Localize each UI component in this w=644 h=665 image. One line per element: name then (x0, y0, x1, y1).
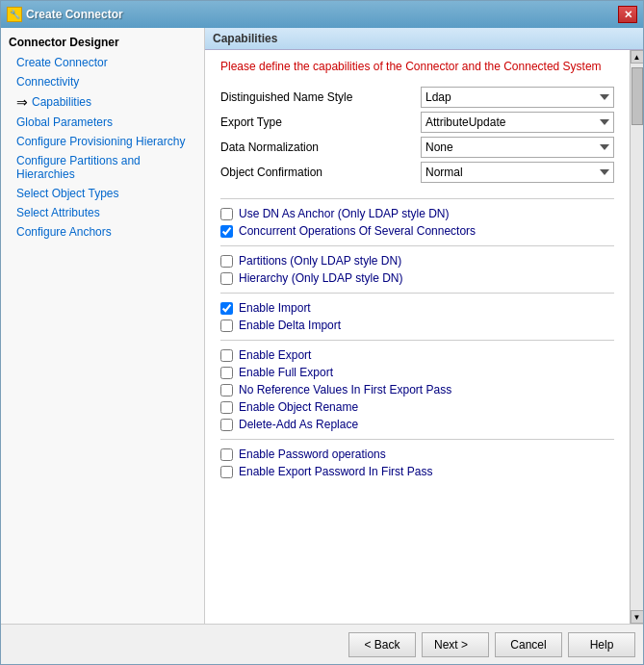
enable-export-label: Enable Export (239, 348, 311, 362)
divider-5 (220, 439, 614, 440)
use-dn-anchor-row: Use DN As Anchor (Only LDAP style DN) (220, 207, 614, 220)
close-button[interactable]: ✕ (618, 6, 637, 23)
scrollbar-track (631, 64, 643, 610)
concurrent-ops-row: Concurrent Operations Of Several Connect… (220, 224, 614, 238)
divider-1 (220, 198, 614, 199)
use-dn-anchor-checkbox[interactable] (220, 208, 233, 220)
enable-password-ops-row: Enable Password operations (220, 448, 614, 461)
divider-2 (220, 245, 614, 246)
enable-export-checkbox[interactable] (220, 349, 233, 362)
scrollbar[interactable]: ▲ ▼ (630, 50, 643, 624)
sidebar-item-capabilities[interactable]: ⇒ Capabilities (1, 91, 204, 113)
enable-password-ops-checkbox[interactable] (220, 448, 233, 461)
title-bar: 🔧 Create Connector ✕ (1, 1, 643, 28)
sidebar-item-select-attributes[interactable]: Select Attributes (1, 203, 204, 222)
section-password: Enable Password operations Enable Export… (220, 448, 614, 478)
enable-object-rename-row: Enable Object Rename (220, 400, 614, 414)
app-icon: 🔧 (7, 7, 22, 22)
main-header: Capabilities (205, 28, 643, 50)
capabilities-content: Please define the capabilities of the Co… (205, 50, 630, 624)
concurrent-ops-checkbox[interactable] (220, 225, 233, 238)
enable-delta-import-label: Enable Delta Import (239, 319, 341, 332)
section-export: Enable Export Enable Full Export No Refe… (220, 348, 614, 431)
divider-3 (220, 293, 614, 294)
object-confirmation-select[interactable]: Normal NoAddAndDeleteConfirmation NoDele… (421, 162, 614, 183)
enable-import-label: Enable Import (239, 301, 311, 315)
delete-add-as-replace-row: Delete-Add As Replace (220, 418, 614, 431)
partitions-checkbox[interactable] (220, 255, 233, 268)
enable-object-rename-checkbox[interactable] (220, 401, 233, 414)
sidebar: Connector Designer Create Connector Conn… (1, 28, 205, 624)
help-button[interactable]: Help (568, 632, 635, 657)
data-normalization-select[interactable]: None DeleteAddAsReplace MergeModificatio… (421, 137, 614, 158)
section-dn-anchor: Use DN As Anchor (Only LDAP style DN) Co… (220, 207, 614, 238)
dn-style-select[interactable]: Ldap Generic None (421, 87, 614, 108)
content-area: Connector Designer Create Connector Conn… (1, 28, 643, 624)
no-reference-values-row: No Reference Values In First Export Pass (220, 383, 614, 396)
enable-delta-import-checkbox[interactable] (220, 320, 233, 332)
sidebar-item-create-connector[interactable]: Create Connector (1, 53, 204, 72)
hierarchy-row: Hierarchy (Only LDAP style DN) (220, 271, 614, 285)
concurrent-ops-label: Concurrent Operations Of Several Connect… (239, 224, 476, 238)
enable-export-row: Enable Export (220, 348, 614, 362)
sidebar-item-global-parameters[interactable]: Global Parameters (1, 113, 204, 132)
hierarchy-checkbox[interactable] (220, 272, 233, 285)
main-area: Capabilities Please define the capabilit… (205, 28, 643, 624)
sidebar-item-select-object-types[interactable]: Select Object Types (1, 184, 204, 203)
scrollbar-down-button[interactable]: ▼ (631, 610, 644, 624)
back-button[interactable]: < Back (348, 632, 416, 657)
hierarchy-label: Hierarchy (Only LDAP style DN) (239, 271, 402, 285)
data-normalization-label: Data Normalization (220, 141, 413, 154)
enable-full-export-row: Enable Full Export (220, 366, 614, 379)
export-type-label: Export Type (220, 115, 413, 129)
scrollbar-thumb[interactable] (631, 67, 643, 125)
info-text: Please define the capabilities of the Co… (220, 60, 614, 73)
next-button[interactable]: Next > (422, 632, 489, 657)
use-dn-anchor-label: Use DN As Anchor (Only LDAP style DN) (239, 207, 450, 220)
delete-add-as-replace-label: Delete-Add As Replace (239, 418, 358, 431)
enable-delta-import-row: Enable Delta Import (220, 319, 614, 332)
sidebar-item-configure-provisioning-hierarchy[interactable]: Configure Provisioning Hierarchy (1, 132, 204, 151)
title-bar-left: 🔧 Create Connector (7, 7, 123, 22)
sidebar-item-configure-partitions-and-hierarchies[interactable]: Configure Partitions and Hierarchies (1, 151, 204, 184)
export-type-select[interactable]: AttributeUpdate ObjectReplace Multivalue… (421, 112, 614, 133)
scrollbar-up-button[interactable]: ▲ (631, 50, 644, 64)
bottom-bar: < Back Next > Cancel Help (1, 624, 643, 664)
enable-export-password-label: Enable Export Password In First Pass (239, 465, 432, 478)
form-grid: Distinguished Name Style Ldap Generic No… (220, 87, 614, 183)
enable-password-ops-label: Enable Password operations (239, 448, 386, 461)
enable-export-password-row: Enable Export Password In First Pass (220, 465, 614, 478)
enable-import-checkbox[interactable] (220, 302, 233, 315)
enable-export-password-checkbox[interactable] (220, 466, 233, 478)
partitions-row: Partitions (Only LDAP style DN) (220, 254, 614, 268)
enable-import-row: Enable Import (220, 301, 614, 315)
no-reference-values-label: No Reference Values In First Export Pass (239, 383, 451, 396)
divider-4 (220, 340, 614, 341)
partitions-label: Partitions (Only LDAP style DN) (239, 254, 401, 268)
object-confirmation-label: Object Confirmation (220, 166, 413, 179)
arrow-icon: ⇒ (16, 94, 28, 110)
sidebar-item-configure-anchors[interactable]: Configure Anchors (1, 222, 204, 242)
cancel-button[interactable]: Cancel (495, 632, 562, 657)
enable-full-export-checkbox[interactable] (220, 367, 233, 379)
section-partitions: Partitions (Only LDAP style DN) Hierarch… (220, 254, 614, 285)
delete-add-as-replace-checkbox[interactable] (220, 419, 233, 431)
window: 🔧 Create Connector ✕ Connector Designer … (0, 0, 644, 665)
dn-style-label: Distinguished Name Style (220, 90, 413, 104)
sidebar-header: Connector Designer (1, 32, 204, 53)
sidebar-item-connectivity[interactable]: Connectivity (1, 72, 204, 91)
enable-full-export-label: Enable Full Export (239, 366, 333, 379)
no-reference-values-checkbox[interactable] (220, 384, 233, 396)
section-import: Enable Import Enable Delta Import (220, 301, 614, 332)
window-title: Create Connector (26, 8, 123, 21)
enable-object-rename-label: Enable Object Rename (239, 400, 358, 414)
